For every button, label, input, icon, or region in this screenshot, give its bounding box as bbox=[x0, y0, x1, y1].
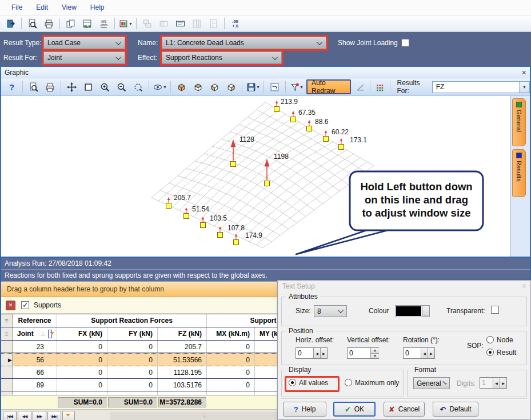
view-iso-4-button[interactable] bbox=[223, 79, 239, 94]
decimal-places-button[interactable]: .00+.0 bbox=[227, 16, 243, 31]
horiz-offset-spinner[interactable]: 0 ◀▶ bbox=[296, 347, 328, 359]
view-iso-1-button[interactable] bbox=[174, 79, 189, 94]
show-joint-loading-checkbox[interactable] bbox=[401, 39, 409, 47]
help-button[interactable]: ? bbox=[4, 79, 19, 94]
horizontal-scrollbar[interactable]: ‹ bbox=[110, 412, 299, 420]
close-icon[interactable]: x bbox=[522, 282, 526, 290]
results-for-label: Results For: bbox=[397, 79, 429, 95]
last-record-button[interactable]: ▶▶| bbox=[47, 411, 61, 420]
spin-right-icon[interactable]: ▶ bbox=[320, 348, 327, 358]
dropdown-caret-icon: ▾ bbox=[163, 85, 166, 90]
menu-help[interactable]: Help bbox=[83, 2, 111, 13]
spin-up-icon[interactable]: ▲ bbox=[370, 348, 379, 354]
tab-results[interactable]: Results bbox=[512, 149, 526, 197]
print-button[interactable] bbox=[42, 79, 58, 94]
menu-view[interactable]: View bbox=[55, 2, 83, 13]
all-values-radio[interactable] bbox=[289, 379, 296, 386]
sop-node-radio[interactable] bbox=[486, 336, 494, 343]
supports-checkbox[interactable] bbox=[21, 301, 29, 309]
transparent-checkbox[interactable] bbox=[491, 306, 499, 314]
column-header-fy[interactable]: FY (kN) bbox=[107, 327, 158, 340]
format-select[interactable]: General bbox=[413, 377, 450, 389]
copy-button[interactable] bbox=[63, 16, 78, 31]
units-button[interactable]: kN-mm bbox=[96, 16, 111, 31]
save-view-button[interactable]: ▾ bbox=[245, 79, 261, 94]
display-colors-button[interactable]: ▾ bbox=[118, 16, 133, 31]
colour-picker-button[interactable]: ... bbox=[422, 305, 430, 317]
column-header-joint[interactable]: Joint △ bbox=[13, 327, 57, 340]
auto-redraw-button[interactable]: Auto Redraw bbox=[306, 79, 351, 94]
column-header-fz[interactable]: FZ (kN) bbox=[158, 327, 207, 340]
menu-file[interactable]: File bbox=[5, 2, 29, 13]
print-preview-button[interactable] bbox=[25, 16, 40, 31]
sum-fz: M=3572.8286 bbox=[158, 397, 206, 407]
first-record-button[interactable]: |◀◀ bbox=[3, 411, 17, 420]
spin-left-icon[interactable]: ◀ bbox=[421, 348, 428, 358]
size-select[interactable]: 8 bbox=[314, 305, 347, 317]
model-canvas[interactable]: 213.967.3588.660.22173.111281198205.751.… bbox=[1, 96, 510, 257]
units-icon: kN-mm bbox=[99, 19, 109, 29]
print-button[interactable] bbox=[41, 16, 57, 31]
display-legend: Display bbox=[286, 366, 313, 374]
row-menu-icon[interactable]: ≡ bbox=[5, 317, 8, 324]
column-header-mx[interactable]: MX (kN.m) bbox=[207, 327, 255, 340]
colour-swatch[interactable] bbox=[395, 305, 422, 317]
zoom-out-button[interactable] bbox=[114, 79, 129, 94]
maximum-only-radio[interactable] bbox=[345, 379, 352, 386]
view-iso-3-button[interactable] bbox=[207, 79, 222, 94]
vertical-offset-spinner[interactable]: 0 ▲▼ bbox=[347, 347, 379, 359]
row-menu-icon[interactable]: ≡ bbox=[5, 330, 8, 337]
cancel-button[interactable]: ✘ Cancel bbox=[384, 402, 425, 417]
default-button[interactable]: ↶ Default bbox=[433, 402, 478, 417]
tab-general[interactable]: General bbox=[512, 98, 526, 146]
support-value-label: 173.1 bbox=[350, 136, 367, 144]
undo-zoom-button[interactable] bbox=[267, 79, 282, 94]
table-cell: 0 bbox=[107, 379, 158, 391]
menu-edit[interactable]: Edit bbox=[29, 2, 55, 13]
group-header-forces[interactable]: Support Reaction Forces bbox=[57, 314, 207, 327]
graphic-canvas-area: 213.967.3588.660.22173.111281198205.751.… bbox=[1, 96, 530, 257]
export-excel-button[interactable]: XLS bbox=[79, 16, 95, 31]
zoom-box-button[interactable] bbox=[81, 79, 96, 94]
svg-text:?: ? bbox=[9, 82, 14, 91]
result-for-value: Joint bbox=[47, 54, 62, 62]
spin-right-icon[interactable]: ▶ bbox=[428, 348, 434, 358]
zoom-in-button[interactable] bbox=[97, 79, 113, 94]
view-iso-2-button[interactable] bbox=[190, 79, 206, 94]
toolbar-separator bbox=[242, 81, 242, 93]
close-icon[interactable]: × bbox=[522, 69, 526, 77]
zoom-extents-button[interactable] bbox=[130, 79, 146, 94]
spin-down-icon[interactable]: ▼ bbox=[370, 354, 379, 359]
pan-button[interactable] bbox=[64, 79, 79, 94]
name-value: L1: Concrete Dead Loads bbox=[166, 39, 244, 47]
sop-result-radio[interactable] bbox=[486, 349, 494, 356]
slope-tool-button[interactable] bbox=[353, 79, 367, 94]
result-type-select[interactable]: Load Case bbox=[43, 37, 125, 49]
render-grid-button[interactable] bbox=[373, 79, 387, 94]
rename-window-button[interactable] bbox=[173, 16, 188, 31]
table-cell: 0 bbox=[107, 391, 158, 395]
next-record-button[interactable]: ▶▶ bbox=[33, 411, 46, 420]
column-header-fx[interactable]: FX (kN) bbox=[57, 327, 107, 340]
spin-left-icon[interactable]: ◀ bbox=[313, 348, 320, 358]
group-header-reference[interactable]: Reference bbox=[13, 314, 57, 327]
effect-select[interactable]: Support Reactions bbox=[162, 51, 282, 64]
filter-icon[interactable] bbox=[48, 330, 52, 338]
exit-button[interactable] bbox=[3, 16, 18, 31]
support-value-label: 107.8 bbox=[227, 224, 245, 232]
name-select[interactable]: L1: Concrete Dead Loads bbox=[162, 37, 326, 49]
view-options-button[interactable]: ▾ bbox=[152, 79, 167, 94]
results-for-select[interactable]: FZ ▼ bbox=[432, 81, 530, 93]
show-joint-loading-label: Show Joint Loading bbox=[338, 39, 398, 47]
result-for-select[interactable]: Joint bbox=[43, 51, 125, 64]
close-supports-button[interactable]: ✕ bbox=[6, 301, 15, 310]
print-preview-button[interactable] bbox=[26, 79, 41, 94]
table-cell: 1128.195 bbox=[158, 366, 207, 378]
ok-button[interactable]: ✔ OK bbox=[333, 402, 376, 417]
filter-button[interactable] bbox=[62, 411, 75, 420]
format-group: Format General Digits: 1 ◀▶ bbox=[407, 370, 527, 397]
previous-record-button[interactable]: ◀◀ bbox=[18, 411, 31, 420]
help-button[interactable]: ? Help bbox=[283, 402, 326, 417]
redraw-filter-button[interactable]: ▾ bbox=[289, 79, 304, 94]
rotation-spinner[interactable]: 0 ◀▶ bbox=[403, 347, 435, 359]
